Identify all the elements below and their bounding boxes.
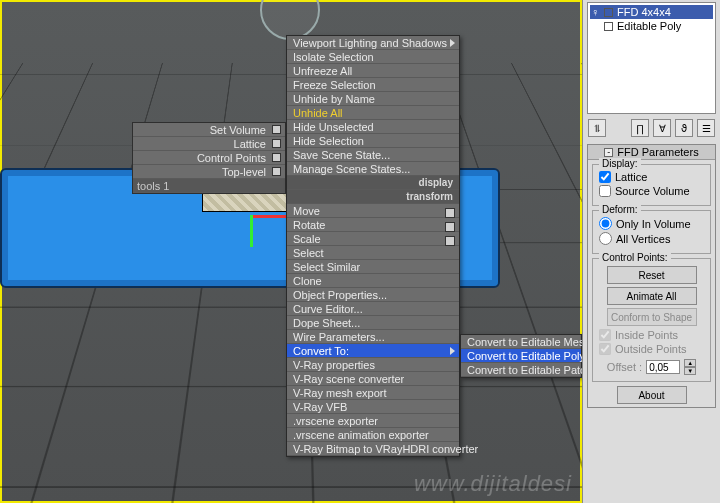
- convert-to-flyout: Convert to Editable MeshConvert to Edita…: [460, 334, 582, 378]
- menu-item-clone[interactable]: Clone: [287, 274, 459, 288]
- menu-item-object-properties[interactable]: Object Properties...: [287, 288, 459, 302]
- source-volume-label: Source Volume: [615, 185, 690, 197]
- menu-item-save-scene-state[interactable]: Save Scene State...: [287, 148, 459, 162]
- flyout-item-label: Convert to Editable Mesh: [467, 336, 591, 348]
- menu-item-move[interactable]: Move: [287, 204, 459, 218]
- all-vertices-input[interactable]: [599, 232, 612, 245]
- quad-checkbox-icon[interactable]: [272, 167, 281, 176]
- only-in-volume-input[interactable]: [599, 217, 612, 230]
- quad-checkbox-icon[interactable]: [272, 153, 281, 162]
- reset-button[interactable]: Reset: [607, 266, 697, 284]
- menu-item-v-ray-properties[interactable]: V-Ray properties: [287, 358, 459, 372]
- menu-item-unfreeze-all[interactable]: Unfreeze All: [287, 64, 459, 78]
- menu-checkbox-icon[interactable]: [445, 236, 455, 246]
- about-button[interactable]: About: [617, 386, 687, 404]
- display-group-label: Display:: [599, 158, 641, 169]
- menu-checkbox-icon[interactable]: [445, 222, 455, 232]
- submenu-arrow-icon: [450, 347, 455, 355]
- lattice-checkbox[interactable]: Lattice: [599, 171, 704, 183]
- context-menu: Viewport Lighting and ShadowsIsolate Sel…: [286, 35, 460, 457]
- source-volume-input[interactable]: [599, 185, 611, 197]
- menu-item-label: Dope Sheet...: [293, 317, 360, 329]
- stack-bulb-icon[interactable]: ♀: [590, 6, 600, 18]
- remove-modifier-icon[interactable]: ϑ: [675, 119, 693, 137]
- quad-checkbox-icon[interactable]: [272, 139, 281, 148]
- menu-item-v-ray-vfb[interactable]: V-Ray VFB: [287, 400, 459, 414]
- inside-points-input: [599, 329, 611, 341]
- menu-item-label: Hide Unselected: [293, 121, 374, 133]
- all-vertices-radio[interactable]: All Vertices: [599, 232, 704, 245]
- display-group: Display: Lattice Source Volume: [592, 164, 711, 206]
- stack-row-ffd-4x4x4[interactable]: ♀FFD 4x4x4: [590, 5, 713, 19]
- offset-spinner[interactable]: ▲▼: [684, 359, 696, 375]
- outside-points-label: Outside Points: [615, 343, 687, 355]
- quad-item-label: Control Points: [197, 152, 266, 164]
- viewcube-icon[interactable]: [260, 0, 320, 40]
- menu-item-curve-editor[interactable]: Curve Editor...: [287, 302, 459, 316]
- menu-item-dope-sheet[interactable]: Dope Sheet...: [287, 316, 459, 330]
- menu-item-wire-parameters[interactable]: Wire Parameters...: [287, 330, 459, 344]
- menu-item-rotate[interactable]: Rotate: [287, 218, 459, 232]
- menu-item-vrscene-exporter[interactable]: .vrscene exporter: [287, 414, 459, 428]
- stack-row-editable-poly[interactable]: Editable Poly: [590, 19, 713, 33]
- menu-item-select-similar[interactable]: Select Similar: [287, 260, 459, 274]
- quad-item-label: Set Volume: [210, 124, 266, 136]
- flyout-item-convert-to-editable-patch[interactable]: Convert to Editable Patch: [461, 363, 581, 377]
- menu-item-v-ray-scene-converter[interactable]: V-Ray scene converter: [287, 372, 459, 386]
- stack-row-label: FFD 4x4x4: [617, 6, 671, 18]
- stack-expand-icon[interactable]: [604, 8, 613, 17]
- menu-item-label: Hide Selection: [293, 135, 364, 147]
- configure-sets-icon[interactable]: ☰: [697, 119, 715, 137]
- lattice-checkbox-input[interactable]: [599, 171, 611, 183]
- show-end-result-icon[interactable]: ∏: [631, 119, 649, 137]
- quad-item-label: Lattice: [234, 138, 266, 150]
- menu-item-vrscene-animation-exporter[interactable]: .vrscene animation exporter: [287, 428, 459, 442]
- menu-checkbox-icon[interactable]: [445, 208, 455, 218]
- quad-item-lattice[interactable]: Lattice: [133, 137, 285, 151]
- modifier-stack[interactable]: ♀FFD 4x4x4Editable Poly: [587, 2, 716, 114]
- menu-item-v-ray-bitmap-to-vrayhdri-converter[interactable]: V-Ray Bitmap to VRayHDRI converter: [287, 442, 459, 456]
- menu-item-v-ray-mesh-export[interactable]: V-Ray mesh export: [287, 386, 459, 400]
- menu-item-hide-selection[interactable]: Hide Selection: [287, 134, 459, 148]
- menu-item-hide-unselected[interactable]: Hide Unselected: [287, 120, 459, 134]
- quad-item-control-points[interactable]: Control Points: [133, 151, 285, 165]
- menu-item-label: V-Ray Bitmap to VRayHDRI converter: [293, 443, 478, 455]
- menu-item-label: Curve Editor...: [293, 303, 363, 315]
- only-in-volume-radio[interactable]: Only In Volume: [599, 217, 704, 230]
- menu-item-unhide-by-name[interactable]: Unhide by Name: [287, 92, 459, 106]
- menu-item-convert-to[interactable]: Convert To:: [287, 344, 459, 358]
- source-volume-checkbox[interactable]: Source Volume: [599, 185, 704, 197]
- quad-tools-panel: Set VolumeLatticeControl PointsTop-level…: [132, 122, 286, 194]
- flyout-item-convert-to-editable-poly[interactable]: Convert to Editable Poly: [461, 349, 581, 363]
- stack-toolbar: ⥮ ∏ ∀ ϑ ☰: [583, 116, 720, 140]
- flyout-item-convert-to-editable-mesh[interactable]: Convert to Editable Mesh: [461, 335, 581, 349]
- ffd-rollout: - FFD Parameters Display: Lattice Source…: [587, 144, 716, 408]
- quad-checkbox-icon[interactable]: [272, 125, 281, 134]
- stack-expand-icon[interactable]: [604, 22, 613, 31]
- quad-item-top-level[interactable]: Top-level: [133, 165, 285, 179]
- deform-group-label: Deform:: [599, 204, 641, 215]
- menu-item-label: .vrscene animation exporter: [293, 429, 429, 441]
- quad-item-set-volume[interactable]: Set Volume: [133, 123, 285, 137]
- menu-item-viewport-lighting-and-shadows[interactable]: Viewport Lighting and Shadows: [287, 36, 459, 50]
- menu-item-label: V-Ray VFB: [293, 401, 347, 413]
- animate-all-button[interactable]: Animate All: [607, 287, 697, 305]
- collapse-icon[interactable]: -: [604, 148, 613, 157]
- pin-stack-icon[interactable]: ⥮: [588, 119, 606, 137]
- inside-points-label: Inside Points: [615, 329, 678, 341]
- menu-item-label: Unhide All: [293, 107, 343, 119]
- menu-item-manage-scene-states[interactable]: Manage Scene States...: [287, 162, 459, 176]
- cp-group-label: Control Points:: [599, 252, 671, 263]
- menu-item-label: Freeze Selection: [293, 79, 376, 91]
- quad-footer: tools 1: [133, 179, 285, 193]
- menu-item-isolate-selection[interactable]: Isolate Selection: [287, 50, 459, 64]
- menu-item-unhide-all[interactable]: Unhide All: [287, 106, 459, 120]
- menu-item-scale[interactable]: Scale: [287, 232, 459, 246]
- menu-item-label: Manage Scene States...: [293, 163, 410, 175]
- offset-label: Offset :: [607, 361, 642, 373]
- make-unique-icon[interactable]: ∀: [653, 119, 671, 137]
- menu-item-freeze-selection[interactable]: Freeze Selection: [287, 78, 459, 92]
- offset-input[interactable]: [646, 360, 680, 374]
- stack-row-label: Editable Poly: [617, 20, 681, 32]
- menu-item-select[interactable]: Select: [287, 246, 459, 260]
